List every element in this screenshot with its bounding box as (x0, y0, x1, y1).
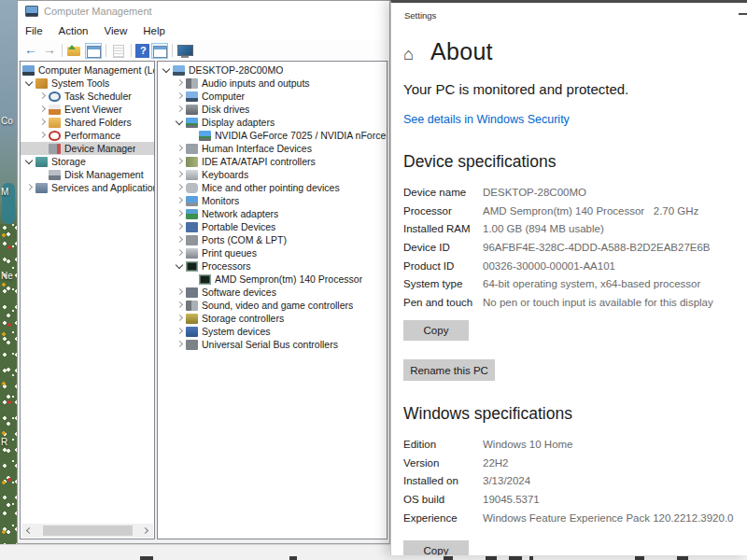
chevron-collapsed-icon[interactable] (175, 91, 186, 102)
home-icon[interactable]: ⌂ (403, 45, 414, 64)
toolbar-separator (172, 44, 173, 57)
desktop-icon-label-fragment[interactable]: M (1, 187, 8, 197)
device-monitor-icon[interactable] (176, 43, 193, 59)
chevron-collapsed-icon[interactable] (175, 247, 186, 259)
forward-icon[interactable] (41, 43, 58, 59)
horizontal-scrollbar[interactable] (21, 524, 153, 538)
help-icon[interactable] (135, 44, 149, 58)
rename-this-pc-button[interactable]: Rename this PC (403, 359, 495, 381)
tree-item[interactable]: Print queues (158, 246, 387, 259)
tree-item[interactable]: Monitors (158, 194, 387, 207)
taskbar-icon-fragment[interactable] (529, 556, 533, 560)
window-icon[interactable] (85, 43, 102, 59)
chevron-expanded-icon[interactable] (24, 77, 35, 89)
taskbar-icon-fragment[interactable] (635, 556, 644, 560)
tree-item[interactable]: Disk drives (158, 103, 387, 116)
chevron-collapsed-icon[interactable] (175, 104, 186, 115)
desktop-icon-label-fragment[interactable]: R (1, 437, 7, 447)
chevron-expanded-icon[interactable] (24, 156, 35, 167)
disk-management-icon (49, 170, 61, 180)
chevron-collapsed-icon[interactable] (175, 143, 186, 154)
tree-item[interactable]: Network adapters (158, 207, 387, 220)
desktop-icon-label-fragment[interactable]: Ne (1, 271, 13, 281)
taskbar-icon-fragment[interactable] (444, 556, 453, 560)
chevron-collapsed-icon[interactable] (175, 221, 186, 232)
chevron-collapsed-icon[interactable] (175, 169, 186, 180)
taskbar-icon-fragment[interactable] (486, 556, 497, 560)
chevron-collapsed-icon[interactable] (175, 77, 186, 89)
tree-item[interactable]: Sound, video and game controllers (158, 299, 387, 312)
copy-windows-specs-button[interactable]: Copy (403, 540, 469, 555)
tree-item[interactable]: Performance (21, 129, 154, 142)
tree-item[interactable]: System devices (158, 325, 387, 338)
tree-item[interactable]: Human Interface Devices (158, 142, 387, 155)
menu-view[interactable]: View (105, 25, 128, 36)
tree-item[interactable]: Software devices (158, 286, 387, 299)
export-list-icon[interactable] (110, 43, 127, 59)
chevron-expanded-icon[interactable] (175, 117, 186, 128)
scroll-right-button[interactable] (139, 524, 153, 538)
tree-item[interactable]: Disk Management (21, 168, 154, 181)
menu-help[interactable]: Help (143, 25, 165, 36)
copy-device-specs-button[interactable]: Copy (403, 320, 469, 341)
chevron-collapsed-icon[interactable] (37, 117, 49, 128)
chevron-collapsed-icon[interactable] (175, 339, 186, 350)
back-icon[interactable] (22, 43, 39, 59)
tree-item[interactable]: Processors (158, 259, 387, 273)
menu-action[interactable]: Action (59, 25, 89, 36)
taskbar-icon-fragment[interactable] (140, 556, 153, 560)
chevron-collapsed-icon[interactable] (37, 130, 49, 141)
tree-item[interactable]: Task Scheduler (21, 90, 154, 103)
tree-item[interactable]: NVIDIA GeForce 7025 / NVIDIA nForce 630a (158, 129, 387, 142)
scroll-left-button[interactable] (21, 524, 35, 538)
tree-item[interactable]: DESKTOP-28C00MO (158, 63, 387, 77)
chevron-expanded-icon[interactable] (162, 64, 173, 76)
tree-item-label: System Tools (51, 77, 109, 89)
tree-item[interactable]: Shared Folders (21, 116, 154, 129)
tree-item[interactable]: Storage (21, 155, 154, 168)
tree-item[interactable]: Storage controllers (158, 312, 387, 325)
desktop-icon-label-fragment[interactable]: Co (1, 116, 13, 126)
console-tree-icon[interactable] (66, 43, 83, 59)
tree-item[interactable]: Keyboards (158, 168, 387, 181)
tree-item[interactable]: System Tools (21, 77, 154, 90)
chevron-collapsed-icon[interactable] (37, 104, 49, 115)
minimize-button[interactable] (739, 13, 747, 15)
menu-file[interactable]: File (25, 25, 43, 36)
tree-item[interactable]: Event Viewer (21, 103, 154, 116)
scrollbar-thumb[interactable] (43, 525, 133, 536)
tree-item[interactable]: Display adapters (158, 116, 387, 129)
tree-item[interactable]: AMD Sempron(tm) 140 Processor (158, 273, 387, 286)
tree-item[interactable]: Ports (COM & LPT) (158, 233, 387, 246)
chevron-expanded-icon[interactable] (175, 260, 186, 272)
taskbar-icon-fragment[interactable] (509, 556, 522, 560)
taskbar-icon-fragment[interactable] (289, 556, 297, 560)
chevron-collapsed-icon[interactable] (175, 300, 186, 311)
chevron-collapsed-icon[interactable] (175, 182, 186, 193)
tree-item[interactable]: Device Manager (21, 142, 154, 155)
chevron-collapsed-icon[interactable] (37, 91, 49, 102)
tree-item[interactable]: Computer (158, 90, 387, 103)
chevron-collapsed-icon[interactable] (175, 234, 186, 245)
chevron-collapsed-icon[interactable] (175, 326, 186, 337)
windows-security-link[interactable]: See details in Windows Security (403, 113, 570, 126)
tree-item-label: Processors (202, 260, 251, 272)
tree-item[interactable]: Audio inputs and outputs (158, 77, 387, 90)
chevron-collapsed-icon[interactable] (175, 287, 186, 298)
chevron-collapsed-icon[interactable] (175, 313, 186, 324)
taskbar-icon-fragment[interactable] (677, 556, 688, 560)
tree-item[interactable]: IDE ATA/ATAPI controllers (158, 155, 387, 168)
tree-item[interactable]: Portable Devices (158, 220, 387, 233)
tree-item[interactable]: Computer Management (Local (21, 63, 154, 77)
computer-icon (186, 91, 198, 102)
chevron-collapsed-icon[interactable] (175, 195, 186, 206)
chevron-collapsed-icon[interactable] (175, 156, 186, 167)
spec-row: EditionWindows 10 Home (403, 435, 743, 454)
tree-item-label: Device Manager (64, 143, 135, 154)
tree-item[interactable]: Services and Applications (21, 181, 154, 194)
chevron-collapsed-icon[interactable] (24, 182, 35, 193)
chevron-collapsed-icon[interactable] (175, 208, 186, 219)
tree-item[interactable]: Universal Serial Bus controllers (158, 338, 387, 351)
action-pane-icon[interactable] (151, 43, 168, 59)
tree-item[interactable]: Mice and other pointing devices (158, 181, 387, 194)
